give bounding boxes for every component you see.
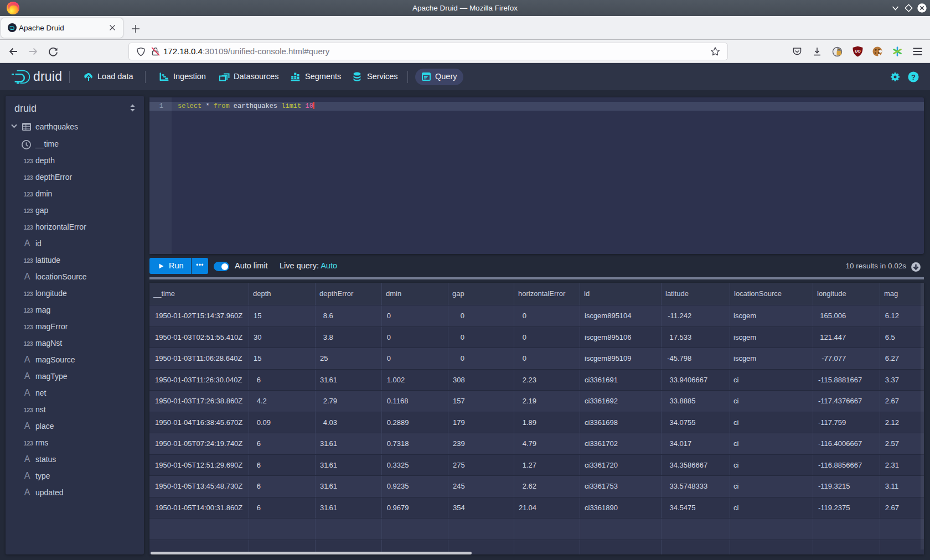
svg-text:?: ? <box>911 73 916 81</box>
svg-text:UO: UO <box>855 49 861 53</box>
